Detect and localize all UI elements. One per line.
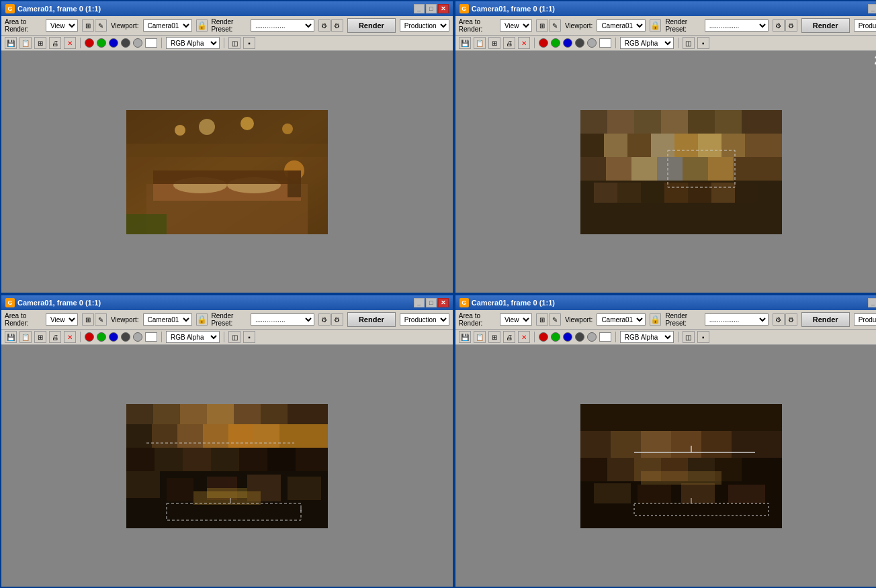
maximize-btn-bl[interactable]: □: [426, 298, 437, 307]
preset-select-tr[interactable]: ................: [705, 19, 769, 32]
grid-icon-bl[interactable]: ⊞: [34, 331, 46, 343]
preset-select-br[interactable]: ................: [705, 313, 769, 326]
close-icon-bl[interactable]: ✕: [64, 331, 76, 343]
render-btn-bl[interactable]: Render: [347, 312, 396, 327]
preset-select-bl[interactable]: ................: [251, 313, 314, 326]
maximize-btn-tl[interactable]: □: [426, 4, 437, 13]
dot-red-tl[interactable]: [85, 38, 94, 48]
dot-darkgray-bl[interactable]: [121, 332, 130, 342]
print-icon-br[interactable]: 🖨: [503, 331, 515, 343]
save-icon-tr[interactable]: 💾: [459, 37, 471, 49]
dot-green-bl[interactable]: [97, 332, 106, 342]
production-select-bl[interactable]: Production: [400, 313, 449, 326]
channel-select-br[interactable]: RGB Alpha: [620, 331, 674, 343]
color-square-tr[interactable]: [599, 38, 611, 48]
area-icon2-tr[interactable]: ✎: [549, 19, 561, 32]
area-icon2-tl[interactable]: ✎: [95, 19, 107, 32]
grid-icon-br[interactable]: ⊞: [488, 331, 500, 343]
minimize-btn-bl[interactable]: _: [414, 298, 425, 307]
frame-icon2-bl[interactable]: ▪: [243, 331, 255, 343]
preset-icon2-bl[interactable]: ⚙: [331, 313, 343, 326]
area-icon1-tl[interactable]: ⊞: [82, 19, 94, 32]
close-btn-tl[interactable]: ✕: [438, 4, 449, 13]
copy-icon-bl[interactable]: 📋: [19, 331, 32, 343]
preset-icon1-tl[interactable]: ⚙: [318, 19, 331, 32]
copy-icon-tl[interactable]: 📋: [19, 37, 32, 49]
dot-darkgray-tl[interactable]: [121, 38, 130, 48]
render-btn-tr[interactable]: Render: [801, 18, 850, 33]
dot-red-bl[interactable]: [85, 332, 94, 342]
dot-green-tr[interactable]: [551, 38, 560, 48]
viewport-select-tl[interactable]: Camera01: [143, 19, 192, 32]
preset-icon1-bl[interactable]: ⚙: [318, 313, 331, 326]
close-icon-br[interactable]: ✕: [518, 331, 530, 343]
preset-icon1-br[interactable]: ⚙: [773, 313, 785, 326]
area-select-br[interactable]: View: [500, 313, 532, 326]
dot-green-br[interactable]: [551, 332, 560, 342]
save-icon-br[interactable]: 💾: [459, 331, 471, 343]
frame-icon2-tl[interactable]: ▪: [243, 37, 255, 49]
save-icon-bl[interactable]: 💾: [5, 331, 17, 343]
production-select-tr[interactable]: Production: [854, 19, 876, 32]
area-icon1-bl[interactable]: ⊞: [82, 313, 94, 326]
dot-green-tl[interactable]: [97, 38, 106, 48]
channel-select-bl[interactable]: RGB Alpha: [166, 331, 220, 343]
frame-icon2-tr[interactable]: ▪: [697, 37, 709, 49]
viewport-select-tr[interactable]: Camera01: [597, 19, 646, 32]
dot-gray-bl[interactable]: [133, 332, 142, 342]
dot-blue-br[interactable]: [563, 332, 572, 342]
lock-icon-br[interactable]: 🔒: [650, 313, 661, 326]
area-select-bl[interactable]: View: [46, 313, 78, 326]
dot-red-br[interactable]: [539, 332, 548, 342]
close-icon-tl[interactable]: ✕: [64, 37, 76, 49]
dot-gray-tr[interactable]: [587, 38, 597, 48]
minimize-btn-tl[interactable]: _: [414, 4, 425, 13]
frame-icon1-bl[interactable]: ◫: [228, 331, 240, 343]
dot-blue-bl[interactable]: [109, 332, 118, 342]
render-btn-tl[interactable]: Render: [347, 18, 396, 33]
production-select-br[interactable]: Production: [854, 313, 876, 326]
grid-icon-tl[interactable]: ⊞: [34, 37, 46, 49]
area-icon1-tr[interactable]: ⊞: [536, 19, 548, 32]
dot-gray-br[interactable]: [587, 332, 597, 342]
dot-blue-tr[interactable]: [563, 38, 572, 48]
preset-icon2-tl[interactable]: ⚙: [331, 19, 343, 32]
lock-icon-bl[interactable]: 🔒: [196, 313, 208, 326]
frame-icon1-br[interactable]: ◫: [683, 331, 695, 343]
preset-icon1-tr[interactable]: ⚙: [773, 19, 785, 32]
dot-blue-tl[interactable]: [109, 38, 118, 48]
render-btn-br[interactable]: Render: [801, 312, 850, 327]
area-icon1-br[interactable]: ⊞: [536, 313, 548, 326]
print-icon-tl[interactable]: 🖨: [49, 37, 61, 49]
frame-icon1-tr[interactable]: ◫: [683, 37, 695, 49]
channel-select-tr[interactable]: RGB Alpha: [620, 37, 674, 49]
minimize-btn-br[interactable]: _: [868, 298, 876, 307]
production-select-tl[interactable]: Production: [400, 19, 449, 32]
dot-red-tr[interactable]: [539, 38, 548, 48]
viewport-select-bl[interactable]: Camera01: [143, 313, 192, 326]
preset-icon2-tr[interactable]: ⚙: [785, 19, 797, 32]
preset-icon2-br[interactable]: ⚙: [785, 313, 797, 326]
close-btn-bl[interactable]: ✕: [438, 298, 449, 307]
channel-select-tl[interactable]: RGB Alpha: [166, 37, 220, 49]
minimize-btn-tr[interactable]: _: [868, 4, 876, 13]
area-icon2-bl[interactable]: ✎: [95, 313, 107, 326]
print-icon-tr[interactable]: 🖨: [503, 37, 515, 49]
color-square-bl[interactable]: [145, 332, 157, 342]
copy-icon-tr[interactable]: 📋: [474, 37, 486, 49]
frame-icon2-br[interactable]: ▪: [697, 331, 709, 343]
color-square-tl[interactable]: [145, 38, 157, 48]
area-select-tl[interactable]: View: [46, 19, 78, 32]
grid-icon-tr[interactable]: ⊞: [488, 37, 500, 49]
dot-darkgray-tr[interactable]: [575, 38, 584, 48]
dot-gray-tl[interactable]: [133, 38, 142, 48]
lock-icon-tl[interactable]: 🔒: [196, 19, 208, 32]
copy-icon-br[interactable]: 📋: [474, 331, 486, 343]
frame-icon1-tl[interactable]: ◫: [228, 37, 240, 49]
dot-darkgray-br[interactable]: [575, 332, 584, 342]
color-square-br[interactable]: [599, 332, 611, 342]
print-icon-bl[interactable]: 🖨: [49, 331, 61, 343]
lock-icon-tr[interactable]: 🔒: [650, 19, 661, 32]
area-icon2-br[interactable]: ✎: [549, 313, 561, 326]
area-select-tr[interactable]: View: [500, 19, 532, 32]
